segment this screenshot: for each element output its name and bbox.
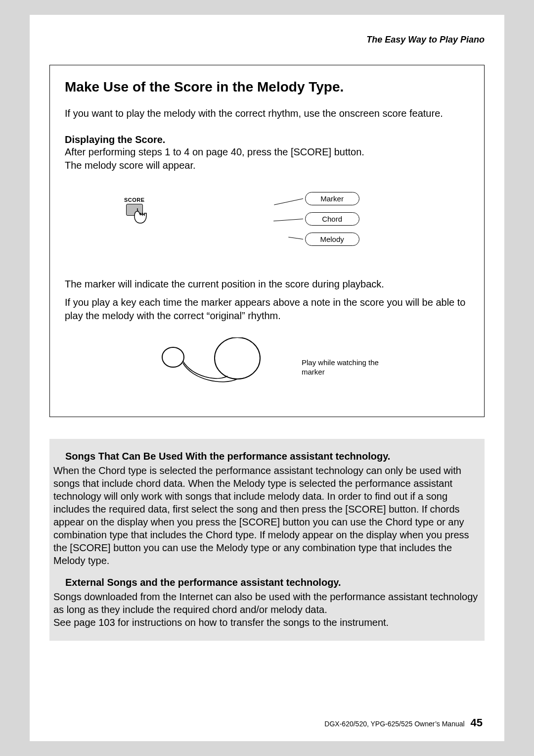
external-songs-body-1: Songs downloaded from the Internet can a…	[53, 590, 481, 616]
music-notes-icon	[153, 337, 282, 397]
svg-point-1	[215, 337, 260, 379]
callout-marker: Marker	[273, 192, 359, 205]
svg-point-0	[162, 347, 184, 367]
instruction-line-1: After performing steps 1 to 4 on page 40…	[65, 145, 469, 159]
footer-manual-name: DGX-620/520, YPG-625/525 Owner’s Manual	[324, 720, 464, 728]
callout-chord-label: Chord	[305, 212, 359, 226]
songs-usable-heading: Songs That Can Be Used With the performa…	[65, 451, 481, 462]
marker-desc-1: The marker will indicate the current pos…	[65, 278, 469, 291]
displaying-score-subhead: Displaying the Score.	[65, 134, 165, 145]
box-intro: If you want to play the melody with the …	[65, 107, 469, 120]
footer-page-number: 45	[471, 716, 483, 729]
pointing-hand-icon	[134, 208, 151, 228]
callout-line-icon	[274, 198, 303, 205]
melody-score-box: Make Use of the Score in the Melody Type…	[49, 65, 485, 417]
songs-info-block: Songs That Can Be Used With the performa…	[49, 439, 485, 641]
callout-marker-label: Marker	[305, 192, 359, 205]
external-songs-heading: External Songs and the performance assis…	[65, 577, 481, 588]
instruction-line-2: The melody score will appear.	[65, 159, 469, 172]
score-button-icon	[126, 204, 143, 216]
callout-line-icon	[288, 237, 303, 239]
callout-melody: Melody	[273, 233, 359, 246]
songs-usable-body: When the Chord type is selected the perf…	[53, 464, 481, 567]
note-heads-figure: Play while watching the marker	[65, 337, 469, 397]
score-callouts: Marker Chord Melody	[273, 192, 359, 253]
running-head: The Easy Way to Play Piano	[49, 35, 485, 45]
page-footer: DGX-620/520, YPG-625/525 Owner’s Manual …	[324, 716, 483, 729]
score-button-label: SCORE	[124, 197, 145, 203]
callout-chord: Chord	[273, 212, 359, 226]
marker-desc-2: If you play a key each time the marker a…	[65, 296, 469, 323]
external-songs-body-2: See page 103 for instructions on how to …	[53, 616, 481, 629]
score-figure-row: SCORE Marker Chord Melod	[65, 192, 469, 253]
box-title: Make Use of the Score in the Melody Type…	[65, 79, 469, 95]
callout-line-icon	[273, 219, 303, 221]
score-button-figure: SCORE	[124, 197, 145, 216]
play-while-watching-caption: Play while watching the marker	[302, 358, 381, 377]
callout-melody-label: Melody	[305, 233, 359, 246]
manual-page: The Easy Way to Play Piano Make Use of t…	[30, 15, 504, 741]
